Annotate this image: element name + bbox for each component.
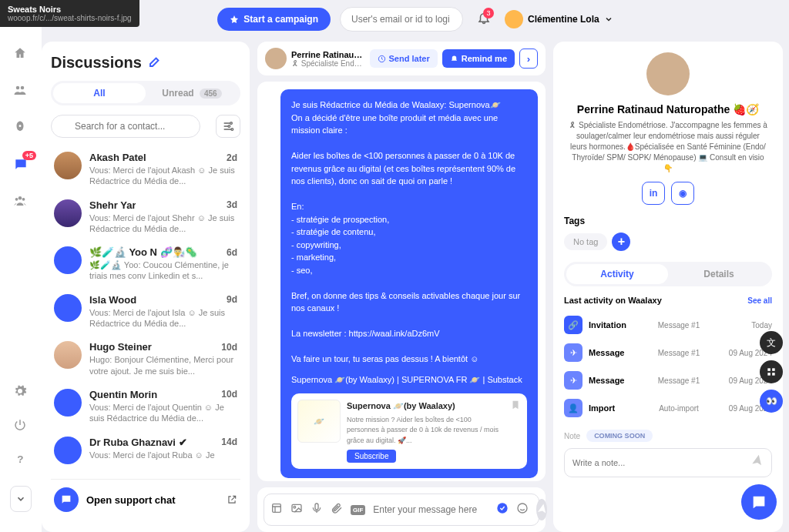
discussions-panel: Discussions All Unread 456 Akash Patel2d [42, 42, 250, 532]
avatar [54, 294, 82, 322]
svg-rect-19 [767, 373, 771, 376]
contact-avatar [265, 48, 287, 69]
collapse-button[interactable] [10, 486, 32, 512]
user-avatar [505, 10, 523, 28]
note-input[interactable] [572, 458, 751, 467]
activity-icon: ✈ [564, 371, 583, 390]
discussions-title: Discussions [51, 54, 142, 72]
profile-bio: 🎗 Spécialiste Endométriose. J'accompagne… [564, 120, 772, 174]
avatar [54, 152, 82, 179]
check-icon[interactable] [496, 502, 509, 517]
users-icon[interactable] [13, 83, 29, 99]
settings-icon[interactable] [13, 384, 29, 400]
discussion-item[interactable]: Shehr Yar3d Vous: Merci de l'ajout Shehr… [51, 193, 240, 241]
svg-rect-17 [767, 368, 771, 371]
expand-button[interactable]: › [519, 49, 538, 69]
translate-icon[interactable]: 文 [760, 331, 783, 354]
discussion-item[interactable]: Isla Wood9d Vous: Merci de l'ajout Isla … [51, 288, 240, 336]
profile-name: Perrine Ratinaud Naturopathe 🍓🧭 [564, 103, 772, 115]
see-all-link[interactable]: See all [747, 296, 772, 305]
bookmark-icon [510, 400, 521, 463]
activity-icon: 🔗 [564, 316, 583, 334]
tab-all[interactable]: All [53, 83, 146, 103]
tab-details[interactable]: Details [668, 264, 770, 284]
activity-row: ✈ Message Message #1 09 Aug 2024 [564, 366, 772, 394]
add-tag-button[interactable]: + [612, 233, 630, 251]
team-icon[interactable] [13, 194, 29, 209]
help-icon[interactable]: ? [13, 452, 29, 467]
discussion-item[interactable]: 🌿🧪🔬 Yoo N 🧬👨‍🔬🦠6d 🌿🧪🔬 Yoo: Coucou Clémen… [51, 240, 240, 288]
edit-icon[interactable] [148, 55, 162, 72]
avatar [54, 341, 82, 369]
start-campaign-button[interactable]: Start a campaign [217, 8, 331, 31]
message-input[interactable] [373, 504, 489, 515]
linkedin-button[interactable]: in [642, 182, 665, 205]
filter-button[interactable] [216, 115, 240, 138]
chat-header: Perrine Ratinaud Nau... 🎗 Spécialiste En… [257, 42, 546, 75]
send-later-button[interactable]: Send later [370, 49, 438, 68]
power-icon[interactable] [13, 418, 29, 433]
attach-icon[interactable] [331, 502, 343, 517]
svg-rect-20 [772, 373, 775, 376]
svg-point-4 [22, 198, 25, 201]
chat-body: Je suis Rédactrice du Média de Waalaxy: … [257, 82, 546, 481]
composer: GIF [257, 487, 546, 532]
svg-point-1 [21, 86, 25, 90]
template-icon[interactable] [270, 502, 283, 517]
eyes-icon[interactable]: 👀 [760, 390, 783, 413]
activity-icon: ✈ [564, 343, 583, 362]
send-button[interactable] [536, 499, 547, 520]
tooltip: Sweats Noirs wooop.fr/c/.../sweat-shirts… [0, 0, 139, 27]
tab-unread[interactable]: Unread 456 [146, 83, 238, 103]
gif-icon[interactable]: GIF [351, 505, 365, 515]
intercom-button[interactable] [741, 484, 777, 520]
user-menu[interactable]: Clémentine Lola [505, 10, 613, 28]
profile-avatar [646, 52, 690, 95]
rocket-icon[interactable] [13, 120, 29, 136]
card-image: 🪐 [297, 400, 341, 443]
activity-row: ✈ Message Message #1 09 Aug 2024 [564, 339, 772, 366]
activity-icon: 👤 [564, 399, 583, 417]
avatar [54, 389, 82, 417]
other-social-button[interactable]: ◉ [671, 182, 694, 205]
svg-point-13 [294, 506, 296, 508]
discussion-item[interactable]: Hugo Steiner10d Hugo: Bonjour Clémentine… [51, 335, 240, 383]
home-icon[interactable] [13, 46, 29, 62]
svg-point-2 [18, 196, 22, 200]
top-bar: Start a campaign 3 Clémentine Lola [42, 0, 789, 38]
svg-point-16 [518, 504, 527, 513]
avatar [54, 246, 82, 274]
chat-badge: +5 [22, 151, 36, 160]
mic-icon[interactable] [311, 502, 323, 517]
tab-activity[interactable]: Activity [566, 264, 668, 284]
discussion-item[interactable]: Akash Patel2d Vous: Merci de l'ajout Aka… [51, 146, 240, 193]
subscribe-button[interactable]: Subscribe [347, 450, 396, 463]
svg-point-9 [231, 129, 233, 131]
chat-icon[interactable]: +5 [13, 157, 29, 172]
search-input[interactable] [51, 115, 200, 138]
svg-point-0 [16, 86, 20, 90]
support-icon [54, 487, 79, 512]
discussion-item[interactable]: Quentin Morin10d Vous: Merci de l'ajout … [51, 383, 240, 430]
activity-row: 🔗 Invitation Message #1 Today [564, 311, 772, 339]
message-outgoing: Je suis Rédactrice du Média de Waalaxy: … [280, 89, 538, 478]
svg-rect-18 [772, 368, 775, 371]
discussion-tabs: All Unread 456 [51, 81, 240, 105]
apps-icon[interactable] [760, 360, 783, 383]
image-icon[interactable] [290, 502, 303, 517]
user-lookup-input[interactable] [340, 7, 463, 32]
note-input-wrap [564, 448, 772, 477]
floating-tools: 文 👀 [760, 331, 783, 413]
discussion-item[interactable]: Dr Ruba Ghaznavi ✔14d Vous: Merci de l'a… [51, 430, 240, 470]
note-send-icon[interactable] [748, 453, 767, 472]
avatar [54, 437, 82, 464]
svg-rect-14 [315, 504, 318, 510]
activity-row: 👤 Import Auto-import 09 Aug 2024 [564, 394, 772, 422]
nav-sidebar: +5 ? [0, 0, 42, 532]
remind-me-button[interactable]: Remind me [442, 49, 515, 68]
emoji-icon[interactable] [516, 502, 529, 517]
support-chat-row[interactable]: Open support chat [51, 479, 240, 520]
avatar [54, 199, 82, 227]
link-card[interactable]: 🪐 Supernova 🪐(by Waalaxy) Notre mission … [291, 393, 527, 469]
notifications-button[interactable]: 3 [477, 11, 491, 28]
